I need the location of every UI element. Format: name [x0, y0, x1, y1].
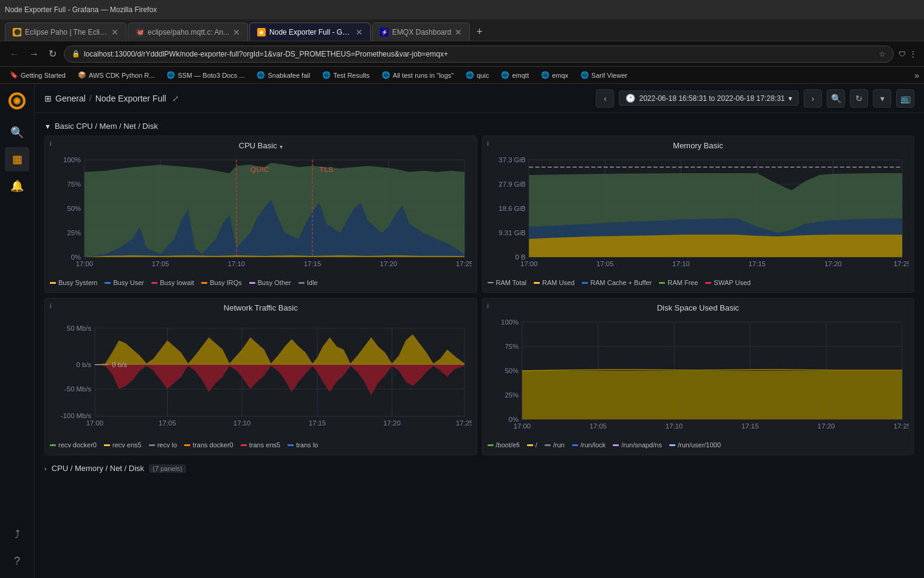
legend-busy-system[interactable]: Busy System [50, 279, 97, 286]
url-box[interactable]: 🔒 localhost:13000/d/rYdddlPWk/node-expor… [64, 46, 894, 63]
tab-paho-close[interactable]: ✕ [233, 27, 240, 37]
tab-eclipse-close[interactable]: ✕ [111, 27, 119, 37]
bookmark-icon-quic: 🌐 [466, 71, 474, 79]
sidebar-alerts-icon[interactable]: 🔔 [5, 174, 29, 198]
refresh-dashboard-button[interactable]: ↻ [850, 89, 868, 108]
disk-chart-area: 100% 75% 50% 25% 0% 17:00 17:05 17:10 17… [488, 316, 909, 438]
tab-emqx-favicon: ⚡ [380, 28, 388, 36]
bookmark-aws[interactable]: 📦 AWS CDK Python R... [73, 70, 159, 80]
sidebar-bottom: ⤴ ? [5, 522, 29, 578]
legend-busy-iowait[interactable]: Busy Iowait [151, 279, 194, 286]
time-picker[interactable]: 🕐 2022-06-18 16:58:31 to 2022-06-18 17:2… [619, 91, 799, 106]
bookmark-emqtt[interactable]: 🌐 emqtt [496, 70, 534, 80]
panel-cpu-info-icon[interactable]: i [50, 140, 51, 147]
legend-recv-ens5[interactable]: recv ens5 [104, 441, 142, 449]
zoom-out-button[interactable]: 🔍 [827, 89, 845, 108]
legend-ram-free[interactable]: RAM Free [659, 279, 698, 286]
svg-text:0%: 0% [508, 416, 519, 423]
legend-recv-docker0[interactable]: recv docker0 [50, 441, 97, 449]
refresh-button[interactable]: ↻ [46, 46, 59, 62]
cpu-chart-svg: 100% 75% 50% 25% 0% 17:00 17:05 17:10 17… [50, 154, 472, 275]
tab-eclipse-favicon: 🌑 [13, 28, 21, 36]
legend-boot-efi[interactable]: /boot/efi [488, 441, 520, 449]
cpu-mem-section-footer[interactable]: › CPU / Memory / Net / Disk (7 panels) [44, 460, 914, 477]
panel-network-info-icon[interactable]: i [50, 302, 51, 309]
legend-busy-user[interactable]: Busy User [105, 279, 144, 286]
share-icon[interactable]: ⤢ [172, 94, 179, 103]
legend-run[interactable]: /run [545, 441, 565, 449]
panel-cpu-dropdown-arrow[interactable]: ▾ [280, 143, 283, 150]
legend-run-snapd-ns[interactable]: /run/snapd/ns [613, 441, 662, 449]
bookmark-test-results[interactable]: 🌐 Test Results [317, 70, 374, 80]
network-chart-area: 50 Mb/s 0 b/s -50 Mb/s -100 Mb/s 17:00 1… [50, 316, 472, 438]
tab-emqx[interactable]: ⚡ EMQX Dashboard ✕ [372, 22, 470, 41]
legend-label: recv ens5 [112, 441, 142, 449]
breadcrumb-parent[interactable]: ⊞ [44, 94, 52, 103]
legend-trans-lo[interactable]: trans lo [288, 441, 318, 449]
legend-ram-total[interactable]: RAM Total [488, 279, 527, 286]
panel-memory-basic: i Memory Basic [482, 136, 915, 293]
tab-paho[interactable]: 🐙 eclipse/paho.mqtt.c: An... ✕ [128, 22, 248, 41]
legend-trans-ens5[interactable]: trans ens5 [241, 441, 280, 449]
panel-memory-title-wrapper: Memory Basic [488, 141, 909, 153]
legend-busy-irqs[interactable]: Busy IRQs [201, 279, 242, 286]
legend-label: Busy IRQs [210, 279, 242, 286]
bookmark-getting-started[interactable]: 🔖 Getting Started [5, 70, 71, 80]
legend-swap-used[interactable]: SWAP Used [705, 279, 751, 286]
svg-text:17:20: 17:20 [384, 420, 401, 427]
refresh-interval-button[interactable]: ▾ [873, 89, 891, 108]
basic-section-header[interactable]: ▼ Basic CPU / Mem / Net / Disk [44, 118, 914, 136]
panel-memory-info-icon[interactable]: i [488, 140, 489, 147]
bookmark-all-test-runs[interactable]: 🌐 All test runs in "logs" [377, 70, 458, 80]
panel-network-title: Network Traffic Basic [224, 303, 298, 312]
bookmark-quic[interactable]: 🌐 quic [461, 70, 494, 80]
svg-text:25%: 25% [67, 230, 81, 236]
memory-chart-svg: 37.3 GiB 27.9 GiB 18.6 GiB 9.31 GiB 0 B … [488, 154, 909, 275]
legend-recv-lo[interactable]: recv lo [149, 441, 177, 449]
bookmark-sarif[interactable]: 🌐 Sarif Viewer [576, 70, 632, 80]
prev-time-button[interactable]: ‹ [596, 89, 614, 108]
header-right: ‹ 🕐 2022-06-18 16:58:31 to 2022-06-18 17… [596, 89, 914, 108]
legend-root[interactable]: / [527, 441, 537, 449]
legend-trans-docker0[interactable]: trans docker0 [184, 441, 233, 449]
next-time-button[interactable]: › [804, 89, 822, 108]
tab-emqx-close[interactable]: ✕ [455, 27, 462, 37]
bookmark-snabkafee[interactable]: 🌐 Snabkafee fail [252, 70, 315, 80]
svg-marker-80 [95, 365, 464, 395]
new-tab-button[interactable]: + [471, 23, 488, 41]
bookmark-emqx[interactable]: 🌐 emqx [536, 70, 573, 80]
bookmarks-more-icon[interactable]: » [914, 71, 919, 80]
panel-disk-info-icon[interactable]: i [488, 302, 489, 309]
time-picker-chevron: ▾ [788, 94, 792, 103]
svg-text:17:00: 17:00 [76, 261, 93, 267]
svg-text:17:15: 17:15 [741, 423, 758, 430]
tab-eclipse[interactable]: 🌑 Eclipse Paho | The Eclips... ✕ [5, 22, 126, 41]
memory-legend: RAM Total RAM Used RAM Cache + Buffer RA… [488, 275, 909, 287]
bookmark-star-icon[interactable]: ☆ [879, 50, 886, 58]
sidebar-import-icon[interactable]: ⤴ [5, 522, 29, 546]
svg-text:50%: 50% [67, 205, 81, 212]
tab-grafana-close[interactable]: ✕ [356, 27, 363, 37]
svg-text:0 b/s: 0 b/s [77, 362, 92, 368]
breadcrumb-parent-label[interactable]: General [55, 94, 86, 103]
forward-button[interactable]: → [27, 46, 41, 62]
cpu-mem-section-title: CPU / Memory / Net / Disk [52, 464, 144, 473]
sidebar-dashboards-icon[interactable]: ▦ [5, 147, 29, 171]
legend-ram-cache[interactable]: RAM Cache + Buffer [582, 279, 652, 286]
back-button[interactable]: ← [7, 46, 22, 62]
tab-grafana-title: Node Exporter Full - Graf... [269, 28, 352, 36]
sidebar-search-icon[interactable]: 🔍 [5, 120, 29, 145]
sidebar-help-icon[interactable]: ? [5, 549, 29, 573]
tab-grafana[interactable]: ◉ Node Exporter Full - Graf... ✕ [249, 22, 371, 41]
legend-busy-other[interactable]: Busy Other [249, 279, 291, 286]
disk-legend: /boot/efi / /run /run/lock /run/snapd/ns… [488, 438, 909, 450]
tv-mode-button[interactable]: 📺 [896, 89, 914, 108]
bookmark-label-test: Test Results [333, 72, 370, 79]
legend-run-lock[interactable]: /run/lock [572, 441, 606, 449]
bookmark-ssm[interactable]: 🌐 SSM — Boto3 Docs ... [162, 70, 249, 80]
extensions-icon[interactable]: ⋮ [909, 50, 917, 58]
legend-run-user-1000[interactable]: /run/user/1000 [669, 441, 721, 449]
legend-idle[interactable]: Idle [298, 279, 318, 286]
legend-ram-used[interactable]: RAM Used [534, 279, 574, 286]
grafana-logo[interactable] [5, 89, 29, 113]
